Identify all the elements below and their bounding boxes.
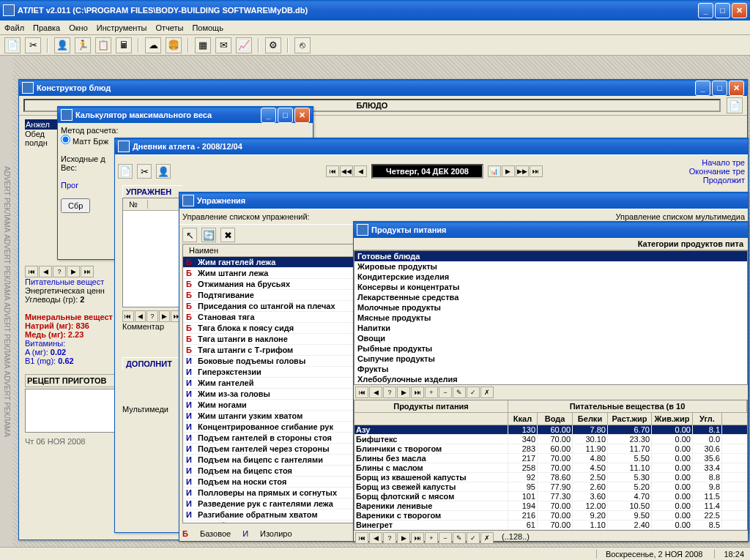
menu-window[interactable]: Окно [69,23,88,32]
ex-delete-icon[interactable]: ✖ [220,228,235,242]
diary-new-icon[interactable]: 📄 [118,164,133,179]
dur-link[interactable]: Продолжит [689,176,745,184]
product-row[interactable]: Борщ флотский с мясом10177.303.604.700.0… [354,492,747,501]
toolbar-cut-icon[interactable]: ✂ [25,37,41,53]
product-col-header[interactable]: Угл. [693,413,722,425]
exercise-row[interactable]: БПодтягивание [183,290,357,301]
exercise-row[interactable]: ИРазведение рук с гантелями лежа [183,499,357,509]
exercise-row[interactable]: БТяга штанги в наклоне [183,334,357,345]
exercise-row[interactable]: ИПодъем гантелей через стороны [183,444,357,455]
exercise-row[interactable]: ИЖим ногами [183,400,357,411]
dish-close-button[interactable]: ✕ [729,81,744,96]
menu-help[interactable]: Помощь [192,23,223,32]
product-head[interactable]: Продукты питания [354,400,508,412]
exercise-row[interactable]: ИПодъем гантелей в стороны стоя [183,433,357,444]
minimize-button[interactable]: _ [698,3,713,18]
ex-nav[interactable]: ⏮◀?▶⏭ [122,310,182,322]
toolbar-exit-icon[interactable]: ⎋ [294,37,311,53]
exercise-row[interactable]: ИЖим из-за головы [183,389,357,400]
reset-button[interactable]: Сбр [61,198,90,213]
exercise-row[interactable]: ИПодъем на носки стоя [183,477,357,488]
toolbar-new-icon[interactable]: 📄 [4,37,21,53]
recipe-area[interactable] [25,389,122,433]
start-link[interactable]: Начало тре [689,158,745,167]
category-row[interactable]: Молочные продукты [354,302,747,313]
category-row[interactable]: Консервы и концентраты [354,282,747,292]
exercise-row[interactable]: ИЖим гантелей [183,378,357,389]
exercise-row[interactable]: БСтановая тяга [183,312,357,323]
ex-refresh-icon[interactable]: 🔄 [201,228,216,242]
category-row[interactable]: Готовые блюда [354,251,747,261]
toolbar-user-icon[interactable]: 👤 [54,37,70,53]
category-row[interactable]: Хлебобулочные изделия [354,374,747,384]
product-row[interactable]: Блины с маслом25870.004.5011.100.0033.4 [354,463,747,473]
exercise-row[interactable]: ИПолловеры на прямых и согнутых [183,488,357,499]
toolbar-calc-icon[interactable]: 🖩 [116,37,132,53]
min-head[interactable]: Минеральные вещест [25,313,122,321]
col-num[interactable]: № [126,200,148,209]
exercise-row[interactable]: БЖим гантелей лежа [183,257,357,268]
category-row[interactable]: Овощи [354,333,747,343]
toolbar-clip-icon[interactable]: 📋 [95,37,111,53]
product-row[interactable]: Вареники ленивые19470.0012.0010.500.0011… [354,501,747,511]
calc-min-button[interactable]: _ [261,108,276,123]
category-row[interactable]: Сыпучие продукты [354,354,747,364]
exercise-row[interactable]: БТяга блока к поясу сидя [183,323,357,334]
close-button[interactable]: ✕ [732,3,747,18]
new-dish-icon[interactable]: 📄 [727,97,743,113]
prod-nav[interactable]: ⏮◀?▶⏭+−✎✓✗ (..128..) [354,531,748,545]
toolbar-grid-icon[interactable]: ▦ [195,37,211,53]
exercise-row[interactable]: ИЖим штанги узким хватом [183,411,357,422]
exercise-row[interactable]: ИБоковые подъемы головы [183,356,357,367]
vit-head[interactable]: Витамины: [25,339,122,348]
product-row[interactable]: Борщ из квашеной капусты9278.602.505.300… [354,473,747,482]
product-row[interactable]: Вареники с творогом21670.009.209.500.002… [354,511,747,520]
menu-reports[interactable]: Отчеты [155,23,183,32]
dish-min-button[interactable]: _ [695,81,710,96]
toolbar-chart-icon[interactable]: 📈 [236,37,252,53]
toolbar-cloud-icon[interactable]: ☁ [145,37,161,53]
diary-cut-icon[interactable]: ✂ [137,164,152,179]
exercise-row[interactable]: ИРазгибания в запястьях [183,520,357,523]
exercise-row[interactable]: ИГиперэкстензии [183,367,357,378]
product-col-header[interactable]: Вода [538,413,573,425]
product-row[interactable]: Бифштекс34070.0030.1023.300.000.0 [354,435,747,444]
dish-max-button[interactable]: □ [712,81,727,96]
exercise-row[interactable]: БЖим штанги лежа [183,268,357,279]
diary-user-icon[interactable]: 👤 [156,164,171,179]
maximize-button[interactable]: □ [715,3,730,18]
category-row[interactable]: Напитки [354,323,747,333]
ex-cursor-icon[interactable]: ↖ [182,228,197,242]
category-row[interactable]: Фрукты [354,364,747,374]
category-row[interactable]: Жировые продукты [354,261,747,272]
diary-date-nav[interactable]: ⏮◀◀◀ [326,165,367,177]
cat-nav[interactable]: ⏮◀?▶⏭+−✎✓✗ [354,385,748,400]
menu-tools[interactable]: Инструменты [97,23,147,32]
toolbar-run-icon[interactable]: 🏃 [75,37,91,53]
category-row[interactable]: Кондитерские изделия [354,272,747,282]
category-row[interactable]: Рыбные продукты [354,343,747,354]
exercise-row[interactable]: ИПодъем на бицепс с гантелями [183,455,357,466]
product-row[interactable]: Азу13060.007.806.700.008.1 [354,425,747,435]
product-col-header[interactable]: Жив.жир [652,413,693,425]
menu-file[interactable]: Файл [4,23,24,32]
nav-minerals[interactable]: ⏮◀?▶⏭ [25,266,122,277]
product-row[interactable]: Блинчики с творогом28360.0011.9011.700.0… [354,444,747,454]
method-radio[interactable] [61,135,70,144]
menu-edit[interactable]: Правка [33,23,60,32]
exercise-row[interactable]: БПриседания со штангой на плечах [183,301,357,312]
category-row[interactable]: Лекарственные средства [354,292,747,302]
exercise-row[interactable]: БТяга штанги с Т-грифом [183,345,357,356]
product-row[interactable]: Блины без масла21770.004.805.500.0035.6 [354,454,747,463]
product-row[interactable]: Винегрет6170.001.102.400.008.5 [354,520,747,530]
exercise-row[interactable]: ИКонцентрированное сгибание рук [183,422,357,433]
product-col-header[interactable]: Белки [573,413,608,425]
toolbar-mail-icon[interactable]: ✉ [215,37,231,53]
nut-head2[interactable]: Питательные вещества (в 10 [508,400,747,412]
exercise-row[interactable]: БОтжимания на брусьях [183,279,357,290]
calc-close-button[interactable]: ✕ [294,108,310,123]
toolbar-burger-icon[interactable]: 🍔 [166,37,182,53]
diary-date-nav2[interactable]: 📊▶▶▶⏭ [488,165,543,177]
calc-max-button[interactable]: □ [278,108,293,123]
end-link[interactable]: Окончание тре [689,167,745,176]
